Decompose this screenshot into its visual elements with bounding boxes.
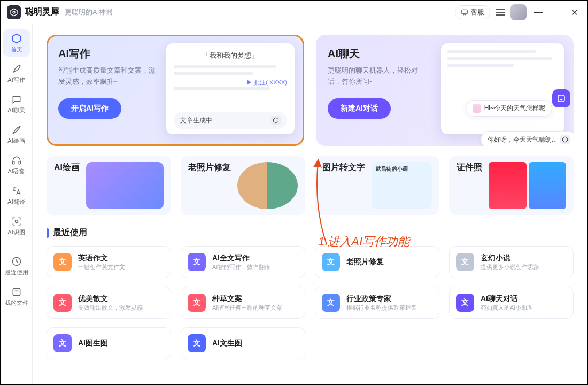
recent-sub: 一键创作英文作文 [78, 263, 125, 271]
avatar-icon [473, 104, 481, 113]
feature-card-ocr[interactable]: 图片转文字 [315, 156, 439, 215]
svg-point-6 [15, 220, 18, 223]
recent-sub: 宛如真人的AI小助理 [481, 304, 533, 312]
svg-rect-4 [12, 161, 14, 164]
recent-title: AI全文写作 [212, 253, 270, 263]
customer-service-button[interactable]: 客服 [455, 5, 490, 19]
recent-sub: 根据行业名称提供政策框架 [346, 304, 417, 312]
section-heading-recent: 最近使用 [47, 227, 574, 238]
recent-card[interactable]: 文 AI文生图 [181, 327, 305, 359]
start-ai-write-button[interactable]: 开启AI写作 [58, 98, 121, 119]
recent-card[interactable]: 文 AI图生图 [47, 327, 171, 359]
recent-card[interactable]: 文 种草文案AI撰写任何主题的种草文案 [181, 287, 305, 319]
hero-card-chat[interactable]: AI聊天 更聪明的聊天机器人，轻松对话，答你所问~ 新建AI对话 Hi~今天的天… [316, 35, 574, 146]
recent-card[interactable]: 文 老照片修复 [315, 246, 439, 278]
recent-icon: 文 [188, 294, 206, 312]
recent-icon: 文 [456, 294, 474, 312]
feather-icon [11, 63, 22, 75]
recent-title: 种草文案 [212, 294, 282, 304]
scan-icon [11, 215, 22, 227]
thumb-draw [86, 162, 164, 209]
menu-icon[interactable] [496, 9, 505, 16]
write-preview-card: 「我和我的梦想」 ▶ 批注( XXXX) 文章生成中 [166, 43, 295, 134]
logo-icon [7, 5, 21, 19]
hero-card-write[interactable]: AI写作 智能生成高质量文章和文案，激发灵感，效率飙升~ 开启AI写作 AI 「… [47, 35, 304, 146]
recent-card[interactable]: 文 玄幻小说提供更多小说创作思路 [449, 246, 574, 278]
recent-grid: 文 英语作文一键创作英文作文文 AI全文写作AI智能写作，效率翻倍文 老照片修复… [47, 246, 574, 359]
sidebar-item-recent[interactable]: 最近使用 [3, 252, 30, 280]
close-button[interactable]: × [568, 7, 581, 18]
recent-title: AI聊天对话 [481, 294, 533, 304]
thumb-ocr [372, 162, 432, 209]
hero-chat-desc: 更聪明的聊天机器人，轻松对话，答你所问~ [328, 65, 429, 88]
recent-title: 玄幻小说 [481, 253, 539, 263]
feature-row: AI绘画 老照片修复 图片转文字 证件照 [47, 156, 574, 215]
svg-rect-10 [558, 95, 564, 102]
svg-rect-8 [13, 288, 20, 295]
recent-icon: 文 [322, 253, 340, 271]
chat-bubble-1: Hi~今天的天气怎样呢 [466, 100, 552, 117]
recent-card[interactable]: 文 行业政策专家根据行业名称提供政策框架 [315, 287, 439, 319]
app-slogan: 更聪明的AI神器 [65, 7, 113, 17]
recent-title: AI图生图 [78, 338, 108, 348]
hex-icon [560, 135, 570, 144]
svg-marker-3 [12, 34, 20, 43]
minimize-button[interactable]: — [532, 8, 545, 17]
app-title: 聪明灵犀 [25, 6, 59, 18]
chat-icon [461, 9, 468, 16]
recent-icon: 文 [456, 253, 474, 271]
avatar[interactable] [510, 4, 527, 20]
headphones-icon [11, 155, 22, 166]
thumb-idphoto [489, 162, 566, 209]
sidebar: 首页 AI写作 AI聊天 AI绘画 Ai语音 AI翻译 AI识图 最 [1, 24, 33, 385]
sidebar-item-chat[interactable]: AI聊天 [3, 90, 30, 118]
sidebar-item-write[interactable]: AI写作 [3, 60, 30, 87]
recent-title: 优美散文 [78, 294, 143, 304]
app-logo: 聪明灵犀 [7, 5, 59, 19]
sidebar-item-voice[interactable]: Ai语音 [3, 151, 30, 179]
sidebar-item-home[interactable]: 首页 [3, 29, 30, 57]
home-icon [11, 33, 22, 44]
recent-title: 行业政策专家 [346, 294, 417, 304]
recent-icon: 文 [53, 253, 72, 271]
chat-bubble-icon [11, 94, 22, 105]
recent-icon: 文 [188, 253, 206, 271]
feature-card-restore[interactable]: 老照片修复 [181, 156, 305, 215]
svg-rect-5 [19, 161, 20, 164]
svg-rect-2 [462, 10, 468, 14]
recent-icon: 文 [53, 334, 72, 352]
svg-point-1 [13, 11, 15, 13]
recent-card[interactable]: 文 AI聊天对话宛如真人的AI小助理 [449, 287, 574, 319]
hero-write-desc: 智能生成高质量文章和文案，激发灵感，效率飙升~ [58, 65, 160, 88]
feature-card-draw[interactable]: AI绘画 [47, 156, 171, 215]
sidebar-item-translate[interactable]: AI翻译 [3, 182, 30, 209]
sidebar-item-draw[interactable]: AI绘画 [3, 121, 30, 148]
recent-card[interactable]: 文 英语作文一键创作英文作文 [47, 246, 171, 278]
recent-sub: AI撰写任何主题的种草文案 [212, 304, 282, 312]
recent-sub: AI智能写作，效率翻倍 [212, 263, 270, 271]
svg-marker-11 [563, 137, 568, 142]
svg-marker-9 [274, 118, 278, 123]
recent-icon: 文 [53, 294, 72, 312]
chat-bubble-2: 你好呀，今天天气晴朗... [481, 131, 574, 146]
spinner-icon [271, 116, 281, 125]
sidebar-item-files[interactable]: 我的文件 [3, 283, 30, 310]
recent-icon: 文 [188, 334, 206, 352]
chat-preview-card [441, 43, 564, 134]
titlebar: 聪明灵犀 更聪明的AI神器 客服 — × [1, 1, 587, 24]
brush-icon [11, 124, 22, 136]
recent-sub: 提供更多小说创作思路 [481, 263, 539, 271]
translate-icon [11, 185, 22, 197]
new-ai-chat-button[interactable]: 新建AI对话 [328, 98, 391, 119]
recent-card[interactable]: 文 AI全文写作AI智能写作，效率翻倍 [181, 246, 305, 278]
folder-icon [11, 286, 22, 298]
recent-card[interactable]: 文 优美散文高效输出散文，激发灵感 [47, 287, 171, 319]
thumb-restore [237, 162, 298, 209]
clock-icon [11, 256, 22, 267]
feature-card-idphoto[interactable]: 证件照 [449, 156, 574, 215]
smile-icon [552, 89, 570, 107]
svg-marker-0 [11, 9, 17, 16]
sidebar-item-ocr[interactable]: AI识图 [3, 212, 30, 240]
main-content: AI写作 智能生成高质量文章和文案，激发灵感，效率飙升~ 开启AI写作 AI 「… [33, 24, 587, 385]
generation-status: 文章生成中 [174, 112, 287, 129]
